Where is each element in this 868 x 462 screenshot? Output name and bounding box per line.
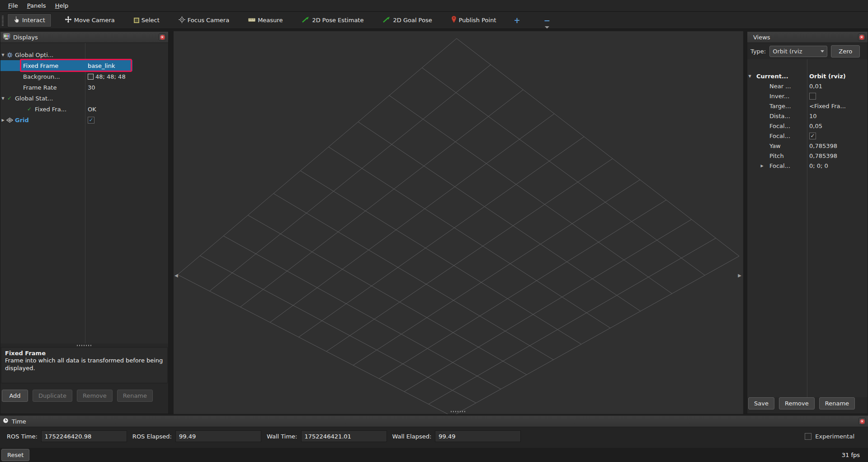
row-target-frame[interactable]: Targe... <Fixed Fra...	[747, 101, 868, 111]
wall-time-field[interactable]: 1752246421.01	[301, 430, 387, 442]
remove-tool-button[interactable]: −	[532, 16, 562, 25]
tool-select[interactable]: Select	[128, 14, 165, 27]
menu-panels[interactable]: Panels	[23, 1, 51, 10]
ros-elapsed-label: ROS Elapsed:	[132, 433, 172, 440]
help-title: Fixed Frame	[5, 350, 164, 357]
rename-button: Rename	[117, 390, 153, 402]
row-global-status[interactable]: ▼ ✓ Global Stat...	[0, 93, 168, 104]
gear-icon	[5, 52, 14, 58]
displays-panel-header[interactable]: Displays ✕	[0, 32, 168, 43]
grid-enabled-checkbox[interactable]: ✓	[88, 117, 94, 124]
chevron-down-icon[interactable]: ▼	[747, 74, 752, 78]
splitter-handle[interactable]	[451, 411, 466, 412]
duplicate-button: Duplicate	[33, 390, 72, 402]
close-icon: ✕	[860, 419, 865, 424]
crosshair-icon	[179, 16, 185, 24]
time-panel: Time ✕ ROS Time: 1752246420.98 ROS Elaps…	[0, 414, 868, 448]
tool-measure[interactable]: Measure	[242, 14, 288, 27]
close-time-button[interactable]: ✕	[859, 418, 866, 425]
chevron-down-icon[interactable]: ▼	[0, 53, 5, 57]
experimental-checkbox[interactable]	[805, 433, 811, 440]
views-buttons: Save Remove Rename	[747, 397, 868, 414]
wall-elapsed-label: Wall Elapsed:	[392, 433, 432, 440]
hand-pointer-icon	[14, 16, 20, 24]
selection-box-icon	[134, 18, 139, 23]
clock-icon	[3, 418, 9, 425]
view-type-row: Type: Orbit (rviz Zero	[747, 43, 868, 59]
add-button[interactable]: Add	[2, 390, 28, 402]
property-help-box: Fixed Frame Frame into which all data is…	[1, 347, 168, 383]
view-type-dropdown[interactable]: Orbit (rviz	[769, 46, 827, 57]
views-panel-header[interactable]: Views ✕	[747, 32, 868, 43]
row-frame-rate[interactable]: Frame Rate 30	[0, 82, 168, 93]
row-grid[interactable]: ▶ Grid ✓	[0, 114, 168, 125]
toolbar-drag-handle[interactable]	[2, 15, 4, 26]
fixed-frame-value[interactable]: base_link	[88, 62, 115, 69]
row-focal-shape-size[interactable]: Focal... 0,05	[747, 121, 868, 131]
check-icon: ✓	[5, 95, 14, 101]
tool-2d-pose-estimate[interactable]: 2D Pose Estimate	[296, 14, 369, 27]
row-pitch[interactable]: Pitch 0,785398	[747, 151, 868, 161]
chevron-right-icon[interactable]: ▶	[0, 118, 5, 122]
views-property-tree: ▼ Current... Orbit (rviz) Near ... 0,01 …	[747, 59, 868, 397]
displays-property-tree: ▼ Global Opti... Fixed Frame base_link B…	[0, 43, 168, 343]
splitter-handle[interactable]	[77, 345, 92, 346]
wall-elapsed-field[interactable]: 99.49	[435, 430, 521, 442]
zero-button[interactable]: Zero	[831, 45, 860, 57]
color-swatch[interactable]	[88, 74, 94, 80]
tool-interact[interactable]: Interact	[7, 14, 52, 27]
tool-2d-goal-pose[interactable]: 2D Goal Pose	[377, 14, 438, 27]
invert-z-checkbox[interactable]	[809, 93, 816, 100]
close-displays-button[interactable]: ✕	[159, 33, 166, 41]
row-yaw[interactable]: Yaw 0,785398	[747, 141, 868, 151]
chevron-down-icon[interactable]	[545, 26, 549, 29]
add-tool-button[interactable]: +	[502, 16, 532, 25]
row-near-clip[interactable]: Near ... 0,01	[747, 81, 868, 91]
row-fixed-frame[interactable]: Fixed Frame base_link	[0, 60, 168, 71]
row-current-view[interactable]: ▼ Current... Orbit (rviz)	[747, 71, 868, 81]
row-fixed-frame-status[interactable]: ✓ Fixed Fra... OK	[0, 104, 168, 114]
views-panel-title: Views	[753, 34, 770, 41]
grid-icon	[5, 118, 14, 123]
ros-time-label: ROS Time:	[7, 433, 38, 440]
green-arrow-icon	[382, 16, 391, 24]
time-panel-header[interactable]: Time ✕	[0, 416, 868, 427]
menu-file[interactable]: File	[4, 1, 23, 10]
remove-button: Remove	[77, 390, 113, 402]
tool-publish-point[interactable]: Publish Point	[445, 14, 502, 27]
menu-bar: File Panels Help	[0, 0, 868, 12]
displays-panel-title: Displays	[13, 34, 38, 41]
scroll-left-icon[interactable]: ◀	[175, 273, 178, 278]
type-label: Type:	[750, 48, 766, 55]
rename-view-button[interactable]: Rename	[819, 397, 855, 410]
check-icon: ✓	[810, 133, 815, 139]
fps-counter: 31 fps	[842, 452, 860, 458]
row-global-options[interactable]: ▼ Global Opti...	[0, 49, 168, 60]
render-viewport[interactable]: ◀ ▶	[174, 31, 743, 414]
row-distance[interactable]: Dista... 10	[747, 111, 868, 121]
reset-button[interactable]: Reset	[1, 449, 29, 461]
time-panel-title: Time	[12, 418, 26, 425]
tool-focus-camera[interactable]: Focus Camera	[173, 14, 235, 27]
menu-help[interactable]: Help	[51, 1, 73, 10]
time-fields-row: ROS Time: 1752246420.98 ROS Elapsed: 99.…	[0, 427, 868, 445]
views-panel: Views ✕ Type: Orbit (rviz Zero ▼ Current…	[747, 31, 868, 414]
row-invert-z[interactable]: Inver...	[747, 91, 868, 101]
move-arrows-icon	[65, 16, 72, 24]
ros-elapsed-field[interactable]: 99.49	[175, 430, 261, 442]
focal-shape-fixed-checkbox[interactable]: ✓	[809, 133, 816, 139]
ground-grid	[174, 31, 743, 414]
tool-move-camera[interactable]: Move Camera	[59, 14, 121, 27]
ros-time-field[interactable]: 1752246420.98	[41, 430, 127, 442]
chevron-down-icon[interactable]: ▼	[0, 96, 5, 100]
scroll-right-icon[interactable]: ▶	[738, 273, 741, 278]
check-icon: ✓	[25, 106, 33, 112]
close-views-button[interactable]: ✕	[858, 33, 865, 41]
wall-time-label: Wall Time:	[267, 433, 297, 440]
chevron-right-icon[interactable]: ▶	[760, 164, 764, 168]
row-background-color[interactable]: Backgroun... 48; 48; 48	[0, 71, 168, 82]
row-focal-shape-fixed[interactable]: Focal... ✓	[747, 131, 868, 141]
row-focal-point[interactable]: ▶ Focal... 0; 0; 0	[747, 161, 868, 171]
save-button[interactable]: Save	[748, 397, 774, 410]
remove-view-button[interactable]: Remove	[779, 397, 815, 410]
